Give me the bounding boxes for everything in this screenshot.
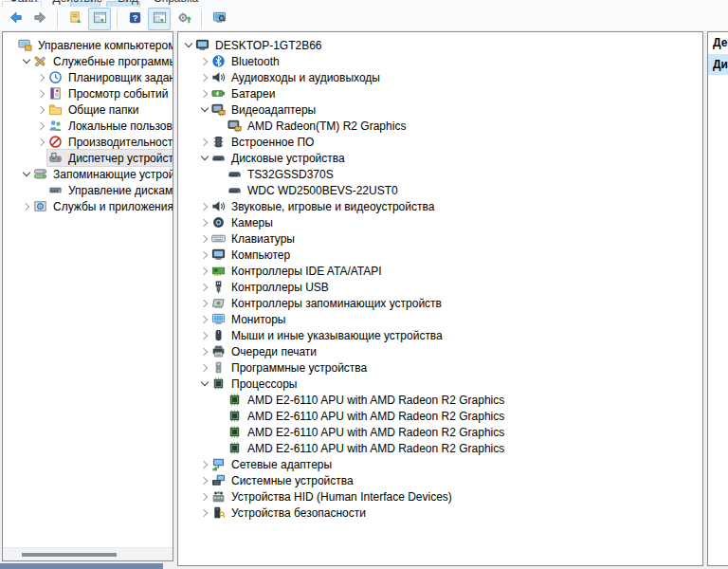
expander-icon[interactable] [198,279,210,295]
menu-item[interactable]: Справка [154,0,198,5]
tree-item[interactable]: Локальные пользователи и группы [3,118,173,134]
expander-icon[interactable] [198,505,210,521]
tree-item[interactable]: Контроллеры запоминающих устройств [178,295,702,311]
tree-item[interactable]: DESKTOP-1GT2B66 [178,37,702,53]
tree-item[interactable]: Устройства безопасности [178,505,702,521]
tree-item[interactable]: Дисковые устройства [178,150,702,166]
toggle-action-pane-button[interactable] [148,8,171,30]
expander-icon[interactable] [35,69,47,85]
expander-icon[interactable] [198,295,210,311]
tree-item[interactable]: WDC WD2500BEVS-22UST0 [178,182,702,198]
expander-icon[interactable] [198,263,210,279]
tree-item[interactable]: Управление компьютером (локальным) [3,37,173,53]
expander-icon[interactable] [198,359,210,376]
expander-icon[interactable] [198,85,210,101]
storage-icon [32,167,47,181]
expander-icon[interactable] [198,456,210,472]
expander-icon[interactable] [198,150,210,166]
scan-hardware-changes-button[interactable] [208,8,230,30]
tree-item[interactable]: Процессоры [178,376,702,392]
tree-item-label: AMD E2-6110 APU with AMD Radeon R2 Graph… [246,425,506,440]
expander-icon[interactable] [198,134,210,150]
tree-item[interactable]: Компьютер [178,247,702,263]
tree-item[interactable]: Диспетчер устройств [3,150,173,166]
expander-icon[interactable] [20,166,32,182]
tree-item[interactable]: Производительность [3,134,173,150]
tree-item[interactable]: Просмотр событий [3,85,173,101]
tree-item-label: AMD E2-6110 APU with AMD Radeon R2 Graph… [246,441,506,456]
forward-button[interactable] [28,8,51,30]
expander-icon[interactable] [35,118,47,134]
scrollbar-thumb[interactable] [22,553,117,557]
expander-icon[interactable] [198,214,210,230]
tree-item[interactable]: Службы и приложения [3,198,173,214]
expander-icon[interactable] [198,376,210,392]
expander-icon[interactable] [20,198,32,214]
toggle-console-tree-button[interactable] [88,8,111,30]
computer-management-icon [17,38,32,52]
menu-item[interactable]: Действие [53,0,103,5]
tree-item[interactable]: Встроенное ПО [178,134,702,150]
tree-item[interactable]: Общие папки [3,101,173,118]
expander-icon[interactable] [198,230,210,247]
tree-item[interactable]: Контроллеры USB [178,279,702,295]
tree-item[interactable]: Аудиовходы и аудиовыходы [178,69,702,85]
expander-icon[interactable] [198,69,210,85]
tree-item[interactable]: Устройства HID (Human Interface Devices) [178,488,702,505]
tree-item[interactable]: AMD E2-6110 APU with AMD Radeon R2 Graph… [178,392,702,408]
tree-item[interactable]: AMD E2-6110 APU with AMD Radeon R2 Graph… [178,408,702,424]
tree-item[interactable]: Контроллеры IDE ATA/ATAPI [178,263,702,279]
tree-item[interactable]: Программные устройства [178,359,702,376]
tree-item[interactable]: AMD Radeon(TM) R2 Graphics [178,118,702,134]
tree-item[interactable]: Сетевые адаптеры [178,456,702,472]
expander-icon[interactable] [198,343,210,359]
menu-item[interactable]: Вид [118,0,138,5]
tree-item[interactable]: Очереди печати [178,343,702,359]
tree-item[interactable]: TS32GSSD370S [178,166,702,182]
horizontal-scrollbar[interactable] [3,547,173,560]
expander-spacer [214,408,227,424]
toolbar: ? [0,7,728,30]
network-adapter-icon [210,457,226,471]
tree-item[interactable]: AMD E2-6110 APU with AMD Radeon R2 Graph… [178,440,702,456]
tree-item[interactable]: Батареи [178,85,702,101]
tree-item[interactable]: Звуковые, игровые и видеоустройства [178,198,702,214]
tree-item[interactable]: Клавиатуры [178,230,702,247]
expander-icon[interactable] [198,53,210,69]
expander-icon[interactable] [198,198,210,214]
expander-icon[interactable] [198,327,210,343]
tree-item[interactable]: Управление дисками [3,182,173,198]
expander-icon[interactable] [198,472,210,488]
expander-spacer [35,150,47,166]
utilities-icon [32,54,47,68]
camera-icon [210,215,226,229]
disk-drive-icon [227,183,242,197]
tree-item[interactable]: Запоминающие устройства [3,166,173,182]
expander-icon[interactable] [198,488,210,505]
tree-item[interactable]: Планировщик заданий [3,69,173,85]
tree-item-label: Контроллеры USB [229,280,331,295]
help-button[interactable]: ? [123,8,146,30]
expander-icon[interactable] [35,101,47,118]
expander-icon[interactable] [35,85,47,101]
tree-item[interactable]: Камеры [178,214,702,230]
tree-item[interactable]: Мониторы [178,311,702,327]
tree-item[interactable]: Служебные программы [3,53,173,69]
tree-item[interactable]: AMD E2-6110 APU with AMD Radeon R2 Graph… [178,424,702,440]
expander-icon[interactable] [198,311,210,327]
tree-item[interactable]: Видеоадаптеры [178,101,702,118]
expander-icon[interactable] [35,134,47,150]
tree-item[interactable]: Системные устройства [178,472,702,488]
expander-icon[interactable] [20,53,32,69]
expander-icon[interactable] [198,247,210,263]
computer-icon [210,248,226,262]
expander-icon[interactable] [198,101,210,118]
menu-item[interactable]: Файл [9,0,38,5]
back-button[interactable] [4,8,27,30]
expander-icon[interactable] [182,37,194,53]
export-list-button[interactable] [64,8,86,30]
update-driver-button[interactable] [173,8,195,30]
tree-item[interactable]: Bluetooth [178,53,702,69]
actions-pane-item[interactable]: Диспетчер устройств [708,55,728,75]
tree-item[interactable]: Мыши и иные указывающие устройства [178,327,702,343]
